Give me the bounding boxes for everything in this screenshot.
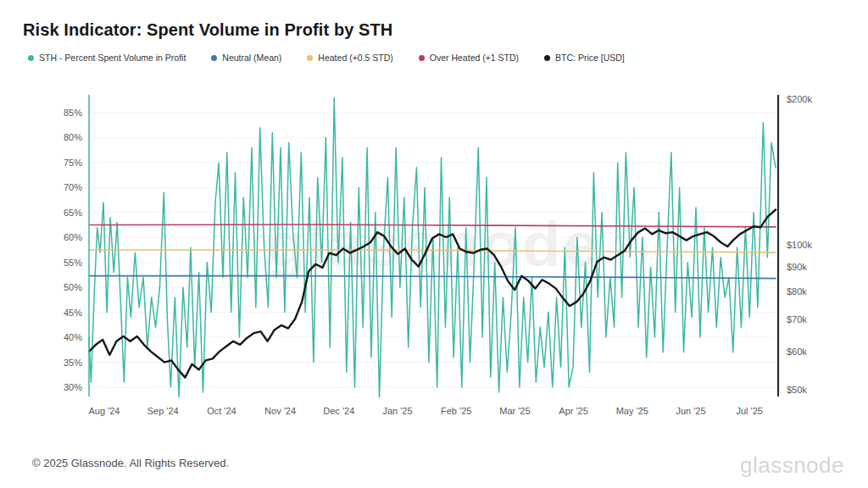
left-axis-tick-label: 45%	[64, 308, 82, 318]
x-axis-tick-label: Oct '24	[207, 406, 236, 416]
glassnode-logo: glassnode	[740, 452, 844, 479]
x-axis-tick-label: Mar '25	[499, 406, 530, 416]
plot-area[interactable]	[89, 95, 776, 396]
x-axis-tick-label: May '25	[616, 406, 648, 416]
x-axis-tick-label: Dec '24	[323, 406, 354, 416]
x-axis-tick-label: Jun '25	[676, 406, 705, 416]
right-axis-tick-label: $80k	[787, 286, 807, 297]
x-axis-tick-label: Apr '25	[559, 406, 588, 416]
x-axis-tick-label: Jan '25	[382, 406, 412, 416]
right-axis-tick-label: $70k	[787, 314, 807, 324]
left-axis-tick-label: 35%	[64, 358, 82, 368]
left-axis-tick-label: 40%	[64, 332, 82, 342]
right-axis-tick-label: $50k	[787, 385, 807, 395]
x-axis-tick-label: Sep '24	[147, 406, 179, 416]
x-axis-tick-label: Feb '25	[441, 406, 471, 416]
chart-area: glassnode 85%80%75%70%65%60%55%50%45%40%…	[0, 0, 868, 441]
left-axis-tick-label: 85%	[64, 108, 82, 118]
chart-card: Risk Indicator: Spent Volume in Profit b…	[0, 0, 868, 488]
left-axis-tick-label: 65%	[64, 208, 82, 218]
right-axis-tick-label: $200k	[787, 94, 812, 104]
x-axis-tick-label: Jul '25	[736, 406, 762, 416]
copyright-text: © 2025 Glassnode. All Rights Reserved.	[32, 457, 229, 469]
x-axis-tick-label: Aug '24	[89, 406, 120, 416]
right-axis-tick-label: $60k	[787, 347, 807, 357]
left-axis-tick-label: 60%	[64, 232, 82, 242]
right-axis-tick-label: $90k	[787, 262, 807, 272]
left-axis-tick-label: 80%	[64, 132, 82, 142]
left-axis-tick-label: 30%	[64, 382, 82, 392]
left-axis-tick-label: 70%	[64, 182, 82, 192]
right-axis-tick-label: $100k	[787, 240, 812, 250]
chart-canvas: 85%80%75%70%65%60%55%50%45%40%35%30%$200…	[0, 0, 868, 441]
left-axis-tick-label: 50%	[64, 282, 82, 292]
x-axis-tick-label: Nov '24	[264, 406, 296, 416]
left-axis-tick-label: 55%	[64, 258, 82, 268]
left-axis-tick-label: 75%	[64, 158, 82, 168]
